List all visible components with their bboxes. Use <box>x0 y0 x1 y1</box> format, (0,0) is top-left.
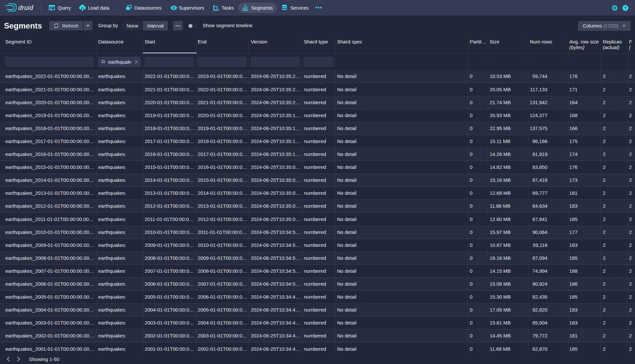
svg-text:?: ? <box>624 6 627 11</box>
